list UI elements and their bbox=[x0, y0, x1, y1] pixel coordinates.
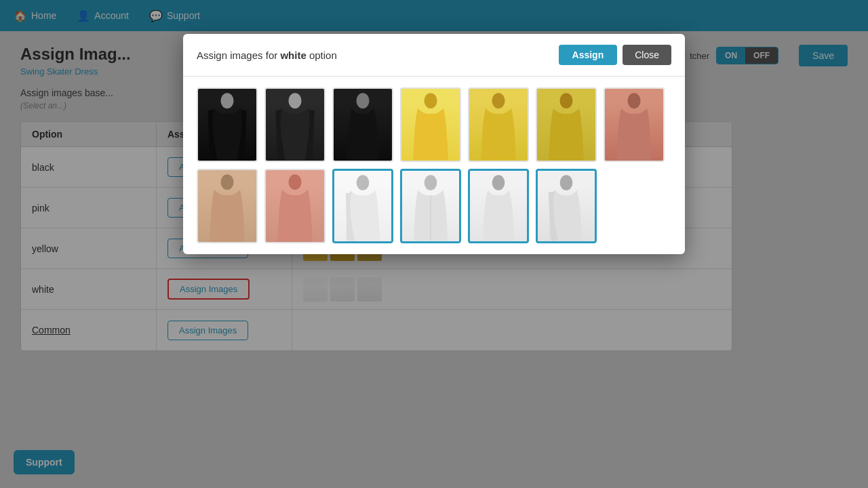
image-thumb-8[interactable] bbox=[197, 169, 258, 243]
images-grid bbox=[197, 87, 671, 243]
modal-close-button[interactable]: Close bbox=[623, 45, 671, 65]
image-thumb-6[interactable] bbox=[536, 87, 597, 162]
svg-point-8 bbox=[288, 174, 301, 190]
modal-title: Assign images for white option bbox=[197, 49, 337, 61]
svg-point-5 bbox=[559, 93, 572, 108]
image-thumb-5[interactable] bbox=[468, 87, 529, 162]
modal-assign-button[interactable]: Assign bbox=[559, 45, 618, 65]
svg-point-9 bbox=[357, 175, 370, 190]
image-thumb-12[interactable] bbox=[468, 169, 529, 243]
svg-point-1 bbox=[288, 93, 301, 108]
assign-images-modal: Assign images for white option Assign Cl… bbox=[183, 34, 685, 254]
image-thumb-7[interactable] bbox=[604, 87, 665, 162]
svg-point-6 bbox=[627, 93, 640, 108]
svg-point-13 bbox=[560, 175, 573, 190]
image-thumb-1[interactable] bbox=[197, 87, 258, 162]
image-thumb-11[interactable] bbox=[400, 169, 461, 243]
svg-point-7 bbox=[220, 174, 233, 190]
svg-point-12 bbox=[492, 175, 505, 190]
image-thumb-4[interactable] bbox=[400, 87, 461, 162]
modal-header: Assign images for white option Assign Cl… bbox=[183, 34, 685, 77]
svg-point-4 bbox=[492, 93, 505, 108]
image-thumb-3[interactable] bbox=[332, 87, 393, 162]
modal-actions: Assign Close bbox=[559, 45, 671, 65]
image-thumb-13[interactable] bbox=[536, 169, 597, 243]
svg-point-2 bbox=[356, 93, 369, 108]
image-thumb-10[interactable] bbox=[332, 169, 393, 243]
modal-body bbox=[183, 77, 685, 254]
image-thumb-2[interactable] bbox=[264, 87, 326, 162]
image-thumb-9[interactable] bbox=[264, 169, 326, 243]
svg-point-10 bbox=[425, 175, 437, 190]
svg-point-0 bbox=[220, 93, 233, 108]
modal-option-name: white bbox=[280, 49, 306, 61]
svg-point-3 bbox=[424, 93, 437, 108]
